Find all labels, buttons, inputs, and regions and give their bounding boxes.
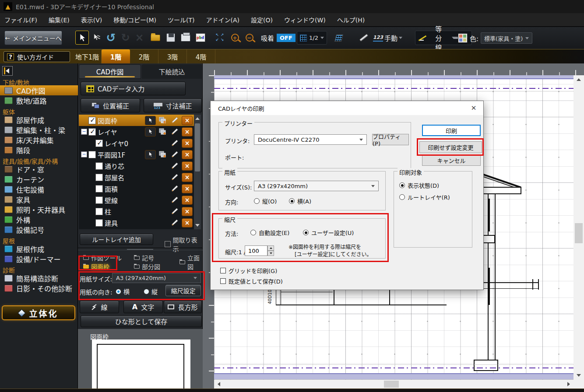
layer-list-scrollbar[interactable] <box>194 115 201 229</box>
menu-item[interactable]: ファイル(F) <box>4 15 37 24</box>
folder-partial-view[interactable]: 部分図 <box>134 262 160 271</box>
sidebar-item[interactable]: 設備記号 <box>0 224 78 234</box>
edit-layer-icon[interactable] <box>169 116 180 125</box>
folder-symbols[interactable]: 記号 <box>134 253 154 262</box>
sidebar-item[interactable]: 住宅設備 <box>0 184 78 194</box>
user-scale-radio[interactable]: ユーザー設定(U) <box>303 228 354 237</box>
line-tool-button[interactable]: 線 <box>80 301 119 313</box>
measure-tool-button[interactable] <box>357 31 370 45</box>
delete-layer-icon[interactable]: × <box>182 196 193 205</box>
layer-visible-checkbox[interactable] <box>95 162 103 170</box>
duplicate-layer-icon[interactable] <box>157 116 168 125</box>
fit-view-button[interactable]: ↖↗↙↘ <box>214 31 227 45</box>
menu-item[interactable]: アドイン(A) <box>206 15 240 24</box>
scrollbar-thumb[interactable] <box>195 123 200 172</box>
main-menu-button[interactable]: ←メインメニューへ <box>4 31 62 45</box>
print-button[interactable] <box>179 31 192 45</box>
delete-layer-icon[interactable]: × <box>182 150 193 159</box>
edit-layer-icon[interactable] <box>169 207 180 216</box>
sidebar-item[interactable]: 敷地/道路 <box>0 95 78 105</box>
text-tool-button[interactable]: A 文字 <box>123 301 163 313</box>
sidebar-item[interactable]: 床/天井編集 <box>0 135 78 145</box>
layer-visible-checkbox[interactable] <box>95 185 103 192</box>
sidebar-item[interactable]: 設備/ドーマー <box>0 254 78 264</box>
save-default-checkbox[interactable]: 既定値として保存(D) <box>220 277 283 285</box>
portrait-radio[interactable]: 縦(O) <box>254 197 277 205</box>
multi-select-tool-button[interactable] <box>90 31 103 45</box>
snap-toggle[interactable]: 吸着 OFF <box>261 32 296 44</box>
folder-drawing-frame[interactable]: 図面枠 <box>83 262 109 271</box>
layer-row[interactable]: − 平面図1F × <box>79 149 194 160</box>
menu-item[interactable]: 設定(O) <box>251 15 273 24</box>
layer-visible-checkbox[interactable] <box>95 219 103 227</box>
change-settings-without-print-button[interactable]: 印刷せず設定変更 <box>419 141 482 153</box>
scale-setting-button[interactable]: 縮尺設定 <box>165 285 201 296</box>
zoom-in-button[interactable]: + <box>228 31 242 45</box>
sidebar-item[interactable]: 屋根作成 <box>0 244 78 254</box>
scroll-down-icon[interactable] <box>573 371 584 380</box>
tab-sketch-import[interactable]: 下絵読込 <box>142 64 202 79</box>
rectangle-tool-button[interactable]: 長方形 <box>164 301 202 313</box>
select-tool-button[interactable] <box>75 31 89 45</box>
root-layer-radio[interactable]: ルートレイヤ(R) <box>399 193 450 201</box>
delete-layer-icon[interactable]: × <box>182 127 193 136</box>
edit-layer-icon[interactable] <box>169 196 180 205</box>
floor-tab[interactable]: 2階 <box>130 49 158 64</box>
scroll-up-icon[interactable] <box>573 75 584 84</box>
delete-layer-icon[interactable]: × <box>182 116 193 125</box>
edit-layer-icon[interactable] <box>169 139 180 148</box>
sidebar-item[interactable]: 簡易構造診断 <box>0 273 78 283</box>
floor-tab[interactable]: 4階 <box>187 49 215 64</box>
layer-visible-checkbox[interactable] <box>95 174 103 181</box>
sidebar-collapse-button[interactable] <box>2 66 13 76</box>
size-dropdown[interactable]: A3 (297x420mm) <box>254 181 379 191</box>
folder-draw-tools[interactable]: 作図ツール <box>83 253 122 262</box>
select-layer-icon[interactable] <box>145 127 156 136</box>
save-button[interactable] <box>164 31 177 45</box>
edit-layer-icon[interactable] <box>169 150 180 159</box>
sidebar-item[interactable]: CAD作図 <box>0 85 78 95</box>
edit-layer-icon[interactable] <box>169 173 180 182</box>
layer-visible-checkbox[interactable] <box>95 196 103 204</box>
floor-tab[interactable]: 3階 <box>158 49 187 64</box>
sidebar-item[interactable]: カーテン <box>0 174 78 184</box>
floor-tab[interactable]: 1階 <box>102 49 130 64</box>
delete-layer-icon[interactable]: × <box>182 139 193 148</box>
orientation-landscape-radio[interactable]: 横 <box>116 287 130 296</box>
zoom-out-button[interactable]: − <box>243 31 256 45</box>
menu-item[interactable]: 編集(E) <box>49 15 70 24</box>
cancel-button[interactable]: キャンセル <box>422 155 481 166</box>
duplicate-layer-icon[interactable] <box>157 150 168 159</box>
floor-tab[interactable]: 地下1階 <box>73 49 102 64</box>
usage-guide-button[interactable]: ? 使い方ガイド <box>4 51 70 62</box>
menu-item[interactable]: ヘルプ(H) <box>337 15 365 24</box>
spin-up-icon[interactable] <box>267 245 274 251</box>
landscape-radio[interactable]: 横(A) <box>289 197 311 205</box>
layer-row[interactable]: 柱 × <box>79 206 194 217</box>
position-correction-button[interactable]: 位置補正 <box>81 98 140 112</box>
floorplan-display-checkbox[interactable]: 間取り表示 <box>165 235 202 253</box>
horizontal-scrollbar[interactable] <box>214 380 573 388</box>
layer-row[interactable]: 建具 × <box>79 217 194 228</box>
scale-spinner[interactable] <box>267 245 274 256</box>
scroll-left-icon[interactable] <box>214 380 224 388</box>
cad-data-input-button[interactable]: CADデータ入力 <box>81 82 186 95</box>
color-scheme-dropdown[interactable]: 標準(家具・塗) <box>481 32 532 44</box>
layer-visible-checkbox[interactable] <box>95 208 103 215</box>
dimension-correction-button[interactable]: 寸法補正 <box>144 98 202 112</box>
scroll-up-icon[interactable] <box>194 115 201 122</box>
layer-row[interactable]: 壁線 × <box>79 194 194 206</box>
edit-layer-icon[interactable] <box>169 127 180 136</box>
layer-row[interactable]: 通り芯 × <box>79 160 194 172</box>
dimension-mode-dropdown[interactable]: 123 手動 <box>373 31 402 45</box>
sidebar-item[interactable]: 部屋作成 <box>0 115 78 125</box>
display-state-radio[interactable]: 表示状態(D) <box>399 181 439 189</box>
delete-button[interactable]: × <box>133 31 146 45</box>
layer-visible-checkbox[interactable] <box>95 140 103 147</box>
delete-layer-icon[interactable]: × <box>182 184 193 193</box>
pdf-export-button[interactable]: pbd <box>193 31 207 45</box>
menu-item[interactable]: 表示(V) <box>81 15 102 24</box>
scrollbar-thumb[interactable] <box>384 381 399 388</box>
edit-layer-icon[interactable] <box>169 161 180 171</box>
print-grid-checkbox[interactable]: グリッドを印刷(G) <box>220 266 277 275</box>
